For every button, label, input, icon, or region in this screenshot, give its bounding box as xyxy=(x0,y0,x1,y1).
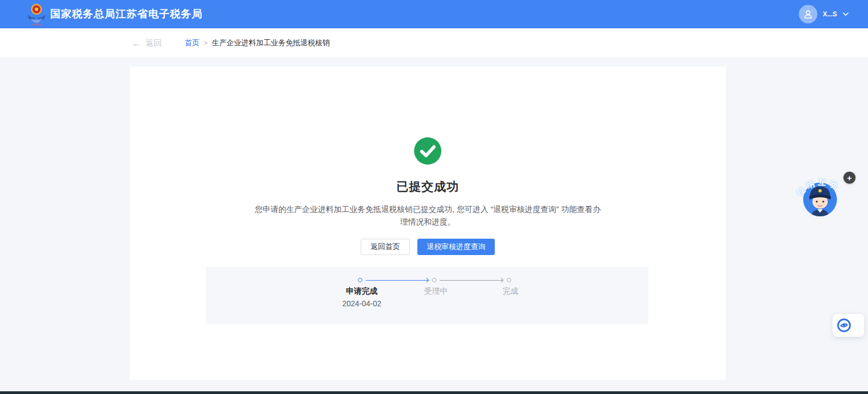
step-connector-2 xyxy=(440,280,503,281)
result-title: 已提交成功 xyxy=(130,179,726,195)
step-label-3: 完成 xyxy=(503,286,519,296)
tax-emblem-logo: 中国税务 xyxy=(26,3,47,26)
breadcrumb: ← 返回 首页 > 生产企业进料加工业务免抵退税核销 xyxy=(132,38,330,49)
app-title: 国家税务总局江苏省电子税务局 xyxy=(50,0,203,28)
back-label: 返回 xyxy=(145,38,162,49)
back-home-button[interactable]: 返回首页 xyxy=(361,239,410,255)
app-header: 中国税务 国家税务总局江苏省电子税务局 X...S xyxy=(0,0,868,28)
back-button[interactable]: ← 返回 xyxy=(132,38,162,49)
svg-text:中国税务: 中国税务 xyxy=(32,23,42,26)
breadcrumb-separator: > xyxy=(204,39,208,47)
person-icon xyxy=(803,9,814,20)
back-arrow-icon: ← xyxy=(132,39,141,48)
breadcrumb-bar: ← 返回 首页 > 生产企业进料加工业务免抵退税核销 xyxy=(0,28,868,58)
tax-interaction-widget[interactable]: 征纳互动 xyxy=(789,168,852,228)
interaction-helper-button[interactable] xyxy=(833,314,864,337)
step-dot-1 xyxy=(358,278,362,282)
refund-progress-query-button[interactable]: 退税审核进度查询 xyxy=(417,239,495,255)
breadcrumb-current-page: 生产企业进料加工业务免抵退税核销 xyxy=(212,38,330,48)
step-dot-3 xyxy=(507,278,511,282)
breadcrumb-home-link[interactable]: 首页 xyxy=(185,38,199,48)
result-card: 已提交成功 您申请的生产企业进料加工业务免抵退税核销已提交成功, 您可进入 “退… xyxy=(130,66,726,380)
action-buttons: 返回首页 退税审核进度查询 xyxy=(130,239,726,255)
result-description: 您申请的生产企业进料加工业务免抵退税核销已提交成功, 您可进入 “退税审核进度查… xyxy=(253,203,602,228)
main-area: 已提交成功 您申请的生产企业进料加工业务免抵退税核销已提交成功, 您可进入 “退… xyxy=(0,58,868,391)
user-avatar[interactable] xyxy=(799,5,817,23)
success-check-icon xyxy=(414,137,441,165)
step-connector-1 xyxy=(366,280,429,281)
interaction-helper-icon xyxy=(836,317,852,334)
bottom-window-edge xyxy=(0,391,868,394)
user-menu[interactable]: X...S xyxy=(799,0,849,28)
step-date-1: 2024-04-02 xyxy=(342,299,381,308)
chevron-down-icon[interactable] xyxy=(842,12,849,16)
step-label-2: 受理中 xyxy=(424,286,448,296)
step-label-1: 申请完成 xyxy=(346,286,378,296)
progress-steps-panel: 申请完成 受理中 完成 2024-04-02 xyxy=(206,266,648,324)
step-dot-2 xyxy=(432,278,436,282)
user-name: X...S xyxy=(823,10,837,18)
